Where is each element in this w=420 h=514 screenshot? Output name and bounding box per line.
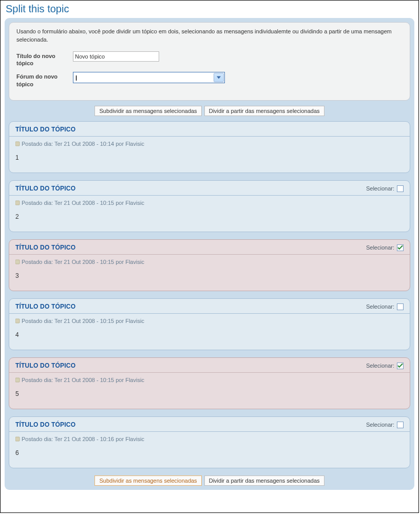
label-new-title: Título do novo tópico (16, 51, 73, 67)
post-body: Postado dia: Ter 21 Out 2008 - 10:15 por… (9, 196, 410, 232)
post-meta-text: Postado dia: Ter 21 Out 2008 - 10:15 por… (22, 377, 144, 383)
post-body: Postado dia: Ter 21 Out 2008 - 10:15 por… (9, 314, 410, 350)
post-content: 1 (15, 154, 404, 161)
select-area: Selecionar: (366, 303, 404, 310)
post-icon (15, 200, 21, 205)
select-area: Selecionar: (366, 363, 404, 369)
post-body: Postado dia: Ter 21 Out 2008 - 10:14 por… (9, 137, 410, 173)
post-header: TÍTULO DO TÓPICOSelecionar: (9, 240, 410, 255)
svg-rect-3 (15, 319, 20, 323)
select-label: Selecionar: (366, 422, 394, 428)
post-content: 4 (15, 331, 404, 338)
select-label: Selecionar: (366, 244, 394, 251)
select-area: Selecionar: (366, 185, 404, 192)
btn-split-selected-top[interactable]: Subdividir as mensagens selecionadas (94, 106, 201, 116)
post-title[interactable]: TÍTULO DO TÓPICO (15, 421, 75, 428)
post-meta: Postado dia: Ter 21 Out 2008 - 10:15 por… (15, 200, 404, 206)
post-icon (15, 259, 21, 264)
post-meta-text: Postado dia: Ter 21 Out 2008 - 10:14 por… (22, 141, 144, 147)
post-body: Postado dia: Ter 21 Out 2008 - 10:15 por… (9, 255, 410, 291)
btn-split-selected-bottom[interactable]: Subdividir as mensagens selecionadas (94, 475, 201, 486)
post-content: 6 (15, 449, 404, 456)
post-body: Postado dia: Ter 21 Out 2008 - 10:16 por… (9, 432, 410, 468)
post-6: TÍTULO DO TÓPICOSelecionar:Postado dia: … (9, 416, 410, 468)
btn-split-from-bottom[interactable]: Dividir a partir das mensagens seleciona… (204, 475, 324, 486)
post-meta: Postado dia: Ter 21 Out 2008 - 10:14 por… (15, 141, 404, 147)
bottom-buttons: Subdividir as mensagens selecionadas Div… (9, 475, 410, 486)
select-caret-text: | (75, 74, 77, 81)
posts-list: TÍTULO DO TÓPICOPostado dia: Ter 21 Out … (9, 121, 410, 468)
post-meta: Postado dia: Ter 21 Out 2008 - 10:15 por… (15, 318, 404, 324)
chevron-down-icon[interactable] (214, 73, 224, 82)
post-meta: Postado dia: Ter 21 Out 2008 - 10:15 por… (15, 259, 404, 265)
post-meta-text: Postado dia: Ter 21 Out 2008 - 10:16 por… (22, 436, 144, 442)
input-new-title[interactable] (73, 51, 159, 62)
post-icon (15, 141, 21, 146)
post-content: 2 (15, 213, 404, 220)
post-title[interactable]: TÍTULO DO TÓPICO (15, 362, 75, 369)
window-frame: Split this topic Usando o formulário aba… (0, 0, 419, 513)
select-checkbox[interactable] (397, 303, 404, 310)
post-icon (15, 377, 21, 383)
post-title[interactable]: TÍTULO DO TÓPICO (15, 185, 75, 192)
post-title[interactable]: TÍTULO DO TÓPICO (15, 303, 75, 310)
row-new-forum: Fórum do novo tópico | (16, 72, 403, 88)
post-1: TÍTULO DO TÓPICOPostado dia: Ter 21 Out … (9, 121, 410, 173)
row-new-title: Título do novo tópico (16, 51, 403, 67)
post-icon (15, 318, 21, 323)
select-checkbox[interactable] (397, 244, 404, 251)
post-header: TÍTULO DO TÓPICOSelecionar: (9, 181, 410, 196)
post-meta-text: Postado dia: Ter 21 Out 2008 - 10:15 por… (22, 200, 144, 206)
label-new-forum: Fórum do novo tópico (16, 72, 73, 88)
select-label: Selecionar: (366, 363, 394, 369)
select-label: Selecionar: (366, 185, 394, 192)
form-description: Usando o formulário abaixo, você pode di… (16, 28, 403, 44)
page-title: Split this topic (6, 3, 414, 15)
btn-split-from-top[interactable]: Dividir a partir das mensagens seleciona… (204, 106, 324, 116)
select-area: Selecionar: (366, 244, 404, 251)
post-header: TÍTULO DO TÓPICOSelecionar: (9, 417, 410, 432)
post-meta-text: Postado dia: Ter 21 Out 2008 - 10:15 por… (22, 318, 144, 324)
select-label: Selecionar: (366, 303, 394, 310)
select-checkbox[interactable] (397, 363, 404, 369)
post-title[interactable]: TÍTULO DO TÓPICO (15, 126, 75, 133)
svg-rect-1 (15, 201, 20, 205)
post-content: 3 (15, 272, 404, 279)
post-meta: Postado dia: Ter 21 Out 2008 - 10:15 por… (15, 377, 404, 383)
post-content: 5 (15, 390, 404, 397)
main-panel: Usando o formulário abaixo, você pode di… (5, 18, 414, 490)
post-2: TÍTULO DO TÓPICOSelecionar:Postado dia: … (9, 180, 410, 232)
svg-rect-4 (15, 378, 20, 382)
select-checkbox[interactable] (397, 422, 404, 428)
post-3: TÍTULO DO TÓPICOSelecionar:Postado dia: … (9, 239, 410, 291)
select-checkbox[interactable] (397, 185, 404, 192)
select-new-forum[interactable]: | (73, 72, 225, 83)
select-area: Selecionar: (366, 422, 404, 428)
post-icon (15, 436, 21, 442)
post-header: TÍTULO DO TÓPICOSelecionar: (9, 299, 410, 314)
svg-rect-0 (15, 142, 20, 146)
post-meta: Postado dia: Ter 21 Out 2008 - 10:16 por… (15, 436, 404, 442)
split-form-box: Usando o formulário abaixo, você pode di… (9, 22, 410, 101)
post-4: TÍTULO DO TÓPICOSelecionar:Postado dia: … (9, 298, 410, 350)
post-body: Postado dia: Ter 21 Out 2008 - 10:15 por… (9, 373, 410, 409)
post-5: TÍTULO DO TÓPICOSelecionar:Postado dia: … (9, 357, 410, 409)
post-meta-text: Postado dia: Ter 21 Out 2008 - 10:15 por… (22, 259, 144, 265)
svg-rect-5 (15, 437, 20, 441)
post-header: TÍTULO DO TÓPICO (9, 122, 410, 137)
svg-rect-2 (15, 260, 20, 264)
top-buttons: Subdividir as mensagens selecionadas Div… (9, 106, 410, 116)
post-title[interactable]: TÍTULO DO TÓPICO (15, 244, 75, 251)
post-header: TÍTULO DO TÓPICOSelecionar: (9, 358, 410, 373)
